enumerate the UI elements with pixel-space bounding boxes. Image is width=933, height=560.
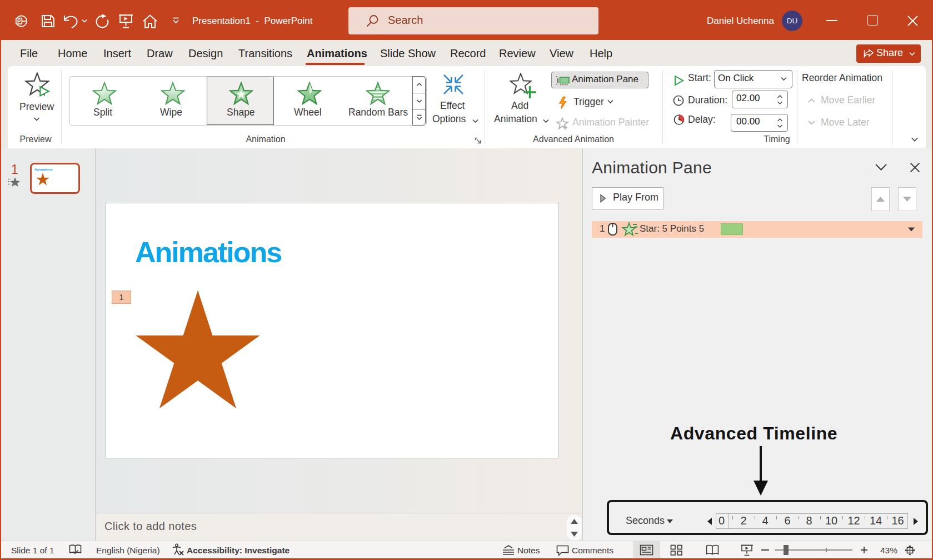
svg-text:P: P — [17, 18, 21, 24]
